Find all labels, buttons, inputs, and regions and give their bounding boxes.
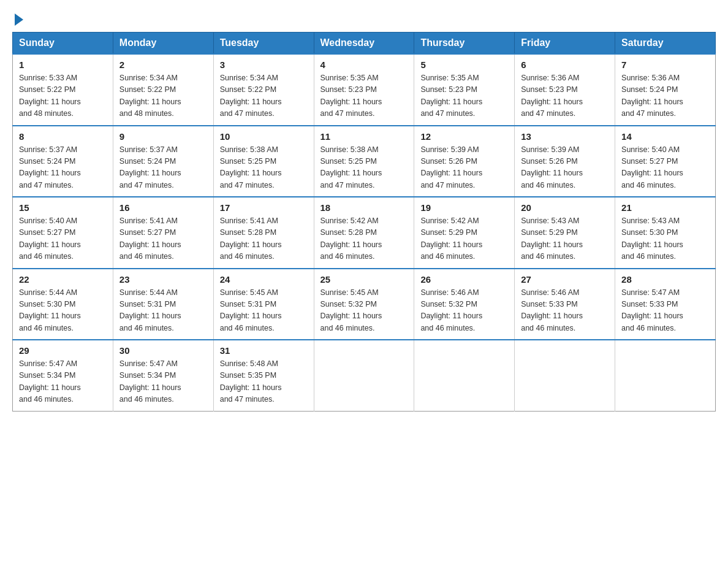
calendar-day-27: 27Sunrise: 5:46 AMSunset: 5:33 PMDayligh… <box>515 269 615 340</box>
day-number: 2 <box>119 59 207 70</box>
day-info: Sunrise: 5:45 AMSunset: 5:32 PMDaylight:… <box>320 287 408 335</box>
day-number: 25 <box>320 274 408 285</box>
day-info: Sunrise: 5:38 AMSunset: 5:25 PMDaylight:… <box>320 144 408 192</box>
calendar-day-29: 29Sunrise: 5:47 AMSunset: 5:34 PMDayligh… <box>13 340 113 411</box>
day-info: Sunrise: 5:36 AMSunset: 5:23 PMDaylight:… <box>521 72 609 120</box>
day-number: 3 <box>220 59 308 70</box>
calendar-day-2: 2Sunrise: 5:34 AMSunset: 5:22 PMDaylight… <box>113 54 213 126</box>
day-number: 11 <box>320 131 408 142</box>
weekday-header-thursday: Thursday <box>414 33 515 55</box>
calendar-day-15: 15Sunrise: 5:40 AMSunset: 5:27 PMDayligh… <box>13 197 113 269</box>
calendar-day-1: 1Sunrise: 5:33 AMSunset: 5:22 PMDaylight… <box>13 54 113 126</box>
day-info: Sunrise: 5:44 AMSunset: 5:30 PMDaylight:… <box>19 287 107 335</box>
day-number: 13 <box>521 131 609 142</box>
day-number: 24 <box>220 274 308 285</box>
day-info: Sunrise: 5:33 AMSunset: 5:22 PMDaylight:… <box>19 72 107 120</box>
calendar-day-22: 22Sunrise: 5:44 AMSunset: 5:30 PMDayligh… <box>13 269 113 340</box>
calendar-week-row-2: 8Sunrise: 5:37 AMSunset: 5:24 PMDaylight… <box>13 126 716 197</box>
calendar-day-6: 6Sunrise: 5:36 AMSunset: 5:23 PMDaylight… <box>515 54 615 126</box>
empty-cell <box>414 340 515 411</box>
page-header <box>12 12 716 26</box>
day-number: 14 <box>621 131 709 142</box>
day-number: 31 <box>220 345 308 356</box>
day-info: Sunrise: 5:35 AMSunset: 5:23 PMDaylight:… <box>320 72 408 120</box>
day-info: Sunrise: 5:34 AMSunset: 5:22 PMDaylight:… <box>119 72 207 120</box>
weekday-header-saturday: Saturday <box>615 33 716 55</box>
day-number: 4 <box>320 59 408 70</box>
empty-cell <box>314 340 414 411</box>
day-info: Sunrise: 5:37 AMSunset: 5:24 PMDaylight:… <box>19 144 107 192</box>
day-info: Sunrise: 5:47 AMSunset: 5:33 PMDaylight:… <box>621 287 709 335</box>
calendar-day-10: 10Sunrise: 5:38 AMSunset: 5:25 PMDayligh… <box>213 126 314 197</box>
day-number: 26 <box>420 274 508 285</box>
calendar-day-20: 20Sunrise: 5:43 AMSunset: 5:29 PMDayligh… <box>515 197 615 269</box>
calendar-week-row-3: 15Sunrise: 5:40 AMSunset: 5:27 PMDayligh… <box>13 197 716 269</box>
calendar-day-26: 26Sunrise: 5:46 AMSunset: 5:32 PMDayligh… <box>414 269 515 340</box>
day-number: 6 <box>521 59 609 70</box>
calendar-body: 1Sunrise: 5:33 AMSunset: 5:22 PMDaylight… <box>13 54 716 411</box>
day-info: Sunrise: 5:46 AMSunset: 5:32 PMDaylight:… <box>420 287 508 335</box>
day-number: 22 <box>19 274 107 285</box>
calendar-day-23: 23Sunrise: 5:44 AMSunset: 5:31 PMDayligh… <box>113 269 213 340</box>
weekday-header-tuesday: Tuesday <box>213 33 314 55</box>
calendar-day-11: 11Sunrise: 5:38 AMSunset: 5:25 PMDayligh… <box>314 126 414 197</box>
day-number: 7 <box>621 59 709 70</box>
day-number: 20 <box>521 202 609 213</box>
calendar-day-16: 16Sunrise: 5:41 AMSunset: 5:27 PMDayligh… <box>113 197 213 269</box>
day-info: Sunrise: 5:42 AMSunset: 5:29 PMDaylight:… <box>420 215 508 263</box>
day-number: 12 <box>420 131 508 142</box>
weekday-header-row: SundayMondayTuesdayWednesdayThursdayFrid… <box>13 33 716 55</box>
day-number: 5 <box>420 59 508 70</box>
weekday-header-friday: Friday <box>515 33 615 55</box>
calendar-day-8: 8Sunrise: 5:37 AMSunset: 5:24 PMDaylight… <box>13 126 113 197</box>
weekday-header-monday: Monday <box>113 33 213 55</box>
day-info: Sunrise: 5:42 AMSunset: 5:28 PMDaylight:… <box>320 215 408 263</box>
day-info: Sunrise: 5:43 AMSunset: 5:29 PMDaylight:… <box>521 215 609 263</box>
calendar-week-row-1: 1Sunrise: 5:33 AMSunset: 5:22 PMDaylight… <box>13 54 716 126</box>
day-info: Sunrise: 5:38 AMSunset: 5:25 PMDaylight:… <box>220 144 308 192</box>
calendar-day-9: 9Sunrise: 5:37 AMSunset: 5:24 PMDaylight… <box>113 126 213 197</box>
day-info: Sunrise: 5:47 AMSunset: 5:34 PMDaylight:… <box>119 358 207 406</box>
day-info: Sunrise: 5:39 AMSunset: 5:26 PMDaylight:… <box>521 144 609 192</box>
day-info: Sunrise: 5:46 AMSunset: 5:33 PMDaylight:… <box>521 287 609 335</box>
day-number: 19 <box>420 202 508 213</box>
day-info: Sunrise: 5:37 AMSunset: 5:24 PMDaylight:… <box>119 144 207 192</box>
day-number: 27 <box>521 274 609 285</box>
calendar-day-24: 24Sunrise: 5:45 AMSunset: 5:31 PMDayligh… <box>213 269 314 340</box>
day-number: 16 <box>119 202 207 213</box>
day-info: Sunrise: 5:35 AMSunset: 5:23 PMDaylight:… <box>420 72 508 120</box>
calendar-header: SundayMondayTuesdayWednesdayThursdayFrid… <box>13 33 716 55</box>
day-info: Sunrise: 5:41 AMSunset: 5:27 PMDaylight:… <box>119 215 207 263</box>
day-number: 17 <box>220 202 308 213</box>
day-info: Sunrise: 5:48 AMSunset: 5:35 PMDaylight:… <box>220 358 308 406</box>
day-number: 21 <box>621 202 709 213</box>
calendar-day-31: 31Sunrise: 5:48 AMSunset: 5:35 PMDayligh… <box>213 340 314 411</box>
calendar-day-21: 21Sunrise: 5:43 AMSunset: 5:30 PMDayligh… <box>615 197 716 269</box>
day-number: 10 <box>220 131 308 142</box>
calendar-week-row-5: 29Sunrise: 5:47 AMSunset: 5:34 PMDayligh… <box>13 340 716 411</box>
day-number: 28 <box>621 274 709 285</box>
calendar-day-13: 13Sunrise: 5:39 AMSunset: 5:26 PMDayligh… <box>515 126 615 197</box>
calendar-day-3: 3Sunrise: 5:34 AMSunset: 5:22 PMDaylight… <box>213 54 314 126</box>
weekday-header-wednesday: Wednesday <box>314 33 414 55</box>
calendar-day-5: 5Sunrise: 5:35 AMSunset: 5:23 PMDaylight… <box>414 54 515 126</box>
logo-arrow-icon <box>15 13 23 26</box>
day-info: Sunrise: 5:47 AMSunset: 5:34 PMDaylight:… <box>19 358 107 406</box>
empty-cell <box>515 340 615 411</box>
day-info: Sunrise: 5:36 AMSunset: 5:24 PMDaylight:… <box>621 72 709 120</box>
calendar-day-25: 25Sunrise: 5:45 AMSunset: 5:32 PMDayligh… <box>314 269 414 340</box>
calendar-day-30: 30Sunrise: 5:47 AMSunset: 5:34 PMDayligh… <box>113 340 213 411</box>
day-number: 15 <box>19 202 107 213</box>
day-number: 30 <box>119 345 207 356</box>
day-number: 23 <box>119 274 207 285</box>
day-info: Sunrise: 5:40 AMSunset: 5:27 PMDaylight:… <box>19 215 107 263</box>
calendar-day-28: 28Sunrise: 5:47 AMSunset: 5:33 PMDayligh… <box>615 269 716 340</box>
day-info: Sunrise: 5:41 AMSunset: 5:28 PMDaylight:… <box>220 215 308 263</box>
day-info: Sunrise: 5:34 AMSunset: 5:22 PMDaylight:… <box>220 72 308 120</box>
calendar-day-14: 14Sunrise: 5:40 AMSunset: 5:27 PMDayligh… <box>615 126 716 197</box>
calendar-day-12: 12Sunrise: 5:39 AMSunset: 5:26 PMDayligh… <box>414 126 515 197</box>
weekday-header-sunday: Sunday <box>13 33 113 55</box>
day-number: 1 <box>19 59 107 70</box>
calendar-day-4: 4Sunrise: 5:35 AMSunset: 5:23 PMDaylight… <box>314 54 414 126</box>
calendar-day-19: 19Sunrise: 5:42 AMSunset: 5:29 PMDayligh… <box>414 197 515 269</box>
